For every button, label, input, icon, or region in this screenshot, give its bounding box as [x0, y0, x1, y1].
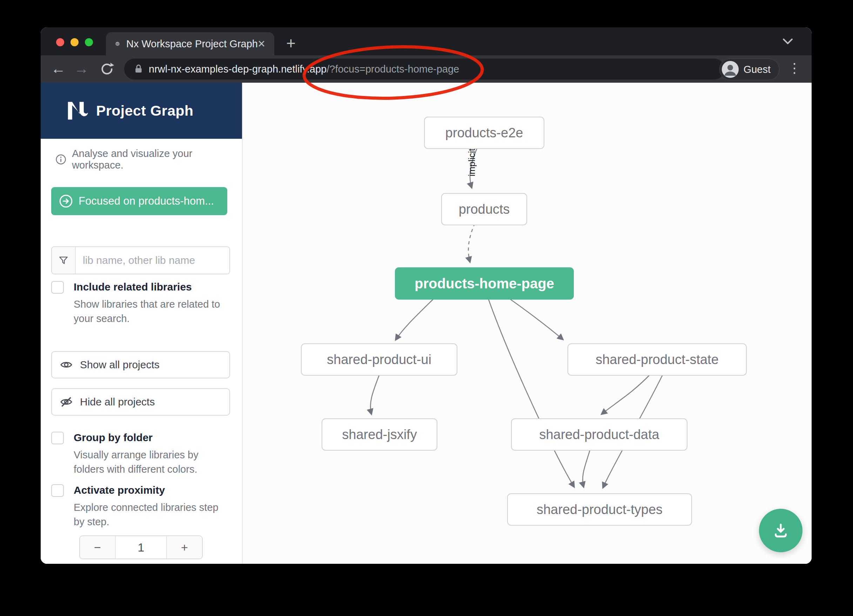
include-related-description: Show libraries that are related to your …	[74, 297, 231, 326]
hide-all-projects-label: Hide all projects	[80, 396, 155, 408]
browser-menu-icon[interactable]: ⋮	[788, 60, 801, 76]
lock-icon	[133, 64, 144, 74]
graph-edges	[243, 83, 812, 564]
group-by-folder-checkbox[interactable]	[51, 432, 64, 444]
window-zoom-button[interactable]	[85, 38, 93, 46]
edge-ui-jsxify	[370, 374, 379, 414]
node-products-e2e[interactable]: products-e2e	[424, 117, 544, 149]
project-graph-canvas[interactable]: implicit products-e2e products products-…	[243, 83, 812, 564]
avatar	[722, 61, 739, 78]
stepper-increase-button[interactable]: +	[166, 536, 202, 558]
edge-label-implicit: implicit	[466, 143, 477, 182]
back-button[interactable]: ←	[49, 58, 68, 80]
group-by-folder-label: Group by folder	[74, 432, 153, 443]
edge-homepage-ui	[396, 298, 434, 340]
new-tab-button[interactable]: +	[286, 34, 296, 53]
nx-logo-icon	[65, 99, 88, 122]
download-icon	[771, 520, 791, 541]
activate-proximity-label: Activate proximity	[74, 484, 165, 496]
show-all-projects-button[interactable]: Show all projects	[51, 351, 230, 378]
node-shared-product-ui[interactable]: shared-product-ui	[301, 344, 457, 375]
proximity-depth-stepper: − 1 +	[79, 536, 203, 559]
window-close-button[interactable]	[56, 38, 64, 46]
browser-toolbar: ← → nrwl-nx-examples-dep-graph.netlify.a…	[41, 55, 812, 83]
tab-title: Nx Workspace Project Graph	[126, 38, 258, 50]
edge-products-homepage	[468, 223, 475, 262]
group-by-folder-description: Visually arrange libraries by folders wi…	[74, 448, 231, 477]
node-shared-product-data[interactable]: shared-product-data	[511, 418, 688, 451]
reload-button[interactable]	[99, 61, 115, 77]
eye-off-icon	[60, 395, 73, 409]
globe-icon	[115, 38, 120, 50]
include-related-checkbox[interactable]	[51, 281, 64, 294]
filter-input[interactable]	[76, 247, 229, 274]
tagline-row: Analyse and visualize your workspace.	[55, 148, 242, 171]
tab-strip: Nx Workspace Project Graph × +	[41, 27, 812, 55]
tagline-text: Analyse and visualize your workspace.	[72, 148, 242, 171]
browser-tab[interactable]: Nx Workspace Project Graph ×	[106, 32, 274, 55]
edge-data-types	[583, 450, 590, 487]
window-minimize-button[interactable]	[70, 38, 79, 46]
focused-on-label: Focused on products-hom...	[79, 195, 214, 207]
node-products-home-page[interactable]: products-home-page	[395, 267, 574, 300]
app-title: Project Graph	[96, 103, 194, 119]
profile-button[interactable]: Guest	[719, 59, 779, 80]
show-all-projects-label: Show all projects	[80, 359, 159, 371]
stepper-decrease-button[interactable]: −	[80, 536, 116, 558]
chevron-down-icon[interactable]	[782, 36, 794, 46]
node-products[interactable]: products	[441, 193, 527, 225]
hide-all-projects-button[interactable]: Hide all projects	[51, 388, 230, 416]
url-host: nrwl-nx-examples-dep-graph.netlify.app	[149, 64, 326, 75]
url-path: /?focus=products-home-page	[326, 64, 459, 75]
node-shared-jsxify[interactable]: shared-jsxify	[322, 418, 437, 451]
address-bar[interactable]: nrwl-nx-examples-dep-graph.netlify.app/?…	[124, 59, 725, 80]
sidebar-header: Project Graph	[41, 83, 242, 139]
activate-proximity-description: Explore connected libraries step by step…	[74, 500, 231, 529]
url-text[interactable]: nrwl-nx-examples-dep-graph.netlify.app/?…	[149, 64, 459, 75]
edge-state-data	[601, 374, 650, 414]
edge-homepage-types	[488, 298, 574, 487]
eye-icon	[60, 358, 73, 371]
filter-box	[51, 246, 230, 274]
focused-on-button[interactable]: Focused on products-hom...	[51, 187, 227, 215]
node-shared-product-state[interactable]: shared-product-state	[568, 344, 747, 375]
browser-window: Nx Workspace Project Graph × + ← → nrwl-…	[41, 27, 812, 564]
info-icon	[55, 154, 66, 165]
stepper-value: 1	[116, 536, 166, 558]
arrow-circle-right-icon	[59, 194, 73, 208]
forward-button[interactable]: →	[71, 58, 91, 80]
funnel-icon	[52, 247, 76, 274]
profile-label: Guest	[744, 64, 771, 75]
download-image-button[interactable]	[759, 509, 803, 552]
edge-homepage-state	[509, 298, 563, 339]
node-shared-product-types[interactable]: shared-product-types	[507, 493, 692, 525]
activate-proximity-checkbox[interactable]	[51, 484, 64, 497]
include-related-label: Include related libraries	[74, 281, 192, 293]
sidebar: Project Graph Analyse and visualize your…	[41, 83, 243, 564]
tab-close-icon[interactable]: ×	[258, 36, 265, 51]
